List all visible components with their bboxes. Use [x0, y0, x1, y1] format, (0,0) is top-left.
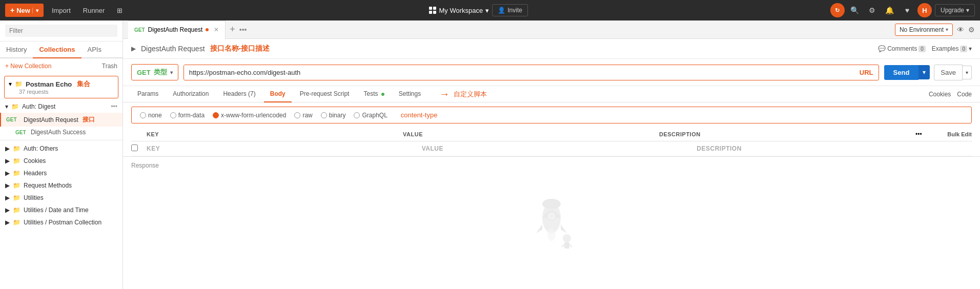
request-method-badge: GET: [6, 117, 21, 122]
sidebar-tabs: History Collections APIs: [0, 42, 122, 58]
tab-apis[interactable]: APIs: [81, 42, 108, 57]
collection-count: 37 requests: [19, 89, 114, 95]
svg-point-4: [547, 229, 556, 241]
runner-button[interactable]: Runner: [79, 5, 109, 16]
topbar: + New ▾ Import Runner ⊞ My Workspace ▾ 👤…: [0, 0, 980, 20]
sync-icon[interactable]: ↻: [830, 3, 845, 17]
tab-collections[interactable]: Collections: [33, 42, 81, 58]
folder-dots-icon[interactable]: •••: [111, 103, 117, 110]
radio-raw[interactable]: raw: [294, 112, 312, 119]
search-input[interactable]: [5, 25, 117, 37]
folder-headers[interactable]: ▶ 📁 Headers: [0, 167, 122, 179]
sub-request-item[interactable]: GET DigestAuth Success: [0, 127, 122, 138]
folder-request-methods[interactable]: ▶ 📁 Request Methods: [0, 179, 122, 192]
cookies-link[interactable]: Cookies: [929, 91, 951, 98]
folder-auth-digest[interactable]: ▾ 📁 Auth: Digest •••: [0, 100, 122, 113]
tab-history[interactable]: History: [0, 42, 33, 58]
collection-item[interactable]: ▾ 📁 Postman Echo 集合 37 requests: [4, 76, 118, 98]
layout-button[interactable]: ⊞: [113, 5, 127, 16]
folder-icon5: 📁: [13, 182, 21, 189]
search-icon[interactable]: 🔍: [848, 3, 862, 17]
radio-urlencoded[interactable]: x-www-form-urlencoded: [213, 112, 286, 119]
request-subtitle: 接口名称-接口描述: [210, 44, 270, 53]
trash-button[interactable]: Trash: [102, 63, 117, 70]
active-request-tab[interactable]: GET DigestAuth Request ✕: [128, 20, 226, 39]
comments-button[interactable]: 💬 Comments 0: [878, 45, 926, 52]
folder-caret-icon7: ▶: [5, 207, 10, 214]
radio-binary-circle: [321, 112, 327, 118]
send-dropdown-button[interactable]: ▾: [918, 65, 930, 79]
row-check[interactable]: [131, 144, 147, 153]
radio-graphql-circle: [354, 112, 360, 118]
folder-auth-others[interactable]: ▶ 📁 Auth: Others: [0, 142, 122, 155]
user-avatar[interactable]: H: [917, 3, 932, 17]
new-tab-button[interactable]: +: [228, 24, 237, 35]
new-collection-button[interactable]: + New Collection: [5, 63, 51, 70]
method-label: 类型: [154, 68, 167, 77]
radio-form-data[interactable]: form-data: [170, 112, 205, 119]
url-input-wrapper: URL: [183, 65, 879, 80]
gear-button[interactable]: ⚙: [968, 26, 975, 34]
tab-authorization[interactable]: Authorization: [167, 86, 215, 102]
env-label: No Environment: [900, 26, 944, 33]
more-tabs-button[interactable]: •••: [239, 26, 247, 34]
tab-headers[interactable]: Headers (7): [217, 86, 261, 102]
settings-icon[interactable]: ⚙: [865, 3, 880, 17]
request-header-row: ▶ DigestAuth Request 接口名称-接口描述 💬 Comment…: [123, 39, 980, 59]
new-button[interactable]: + New ▾: [5, 4, 44, 17]
topbar-center: My Workspace ▾ 👤 Invite: [131, 4, 826, 16]
key-input-ghost[interactable]: Key: [147, 145, 422, 152]
new-label: New: [16, 7, 30, 14]
save-button[interactable]: Save: [934, 65, 963, 80]
svg-line-8: [569, 244, 572, 247]
topbar-right: ↻ 🔍 ⚙ 🔔 ♥ H Upgrade ▾: [830, 3, 975, 17]
tab-body[interactable]: Body: [264, 86, 292, 102]
radio-none[interactable]: none: [140, 112, 162, 119]
request-expand-arrow[interactable]: ▶: [131, 45, 136, 52]
examples-button[interactable]: Examples 0 ▾: [932, 45, 972, 52]
radio-binary[interactable]: binary: [321, 112, 346, 119]
bell-icon[interactable]: 🔔: [883, 3, 897, 17]
tab-close-icon[interactable]: ✕: [214, 26, 219, 33]
heart-icon[interactable]: ♥: [900, 3, 914, 17]
folder-expand-icon: ▾: [5, 103, 8, 110]
save-dropdown-button[interactable]: ▾: [963, 66, 972, 79]
radio-graphql[interactable]: GraphQL: [354, 112, 387, 119]
folder-cookies[interactable]: ▶ 📁 Cookies: [0, 155, 122, 167]
environment-select[interactable]: No Environment ▾: [895, 24, 953, 36]
active-request-item[interactable]: GET DigestAuth Request 接口: [0, 113, 122, 127]
method-caret-icon: ▾: [170, 70, 173, 75]
row-checkbox[interactable]: [131, 144, 138, 151]
folder-utilities[interactable]: ▶ 📁 Utilities: [0, 192, 122, 204]
folder-utilities-date[interactable]: ▶ 📁 Utilities / Date and Time: [0, 204, 122, 216]
main-content: GET DigestAuth Request ✕ + ••• No Enviro…: [123, 20, 980, 289]
method-select[interactable]: GET 类型 ▾: [131, 64, 178, 80]
none-label: none: [148, 112, 162, 119]
form-data-label: form-data: [178, 112, 205, 119]
url-label: URL: [860, 69, 879, 76]
value-input-ghost[interactable]: Value: [422, 145, 697, 152]
workspace-button[interactable]: My Workspace ▾: [429, 7, 489, 14]
code-link[interactable]: Code: [957, 91, 972, 98]
send-button[interactable]: Send: [884, 65, 919, 80]
invite-button[interactable]: 👤 Invite: [492, 4, 528, 16]
tab-prerequest[interactable]: Pre-request Script: [294, 86, 356, 102]
tab-settings[interactable]: Settings: [393, 86, 427, 102]
radio-form-data-circle: [170, 112, 176, 118]
urlencoded-label: x-www-form-urlencoded: [221, 112, 286, 119]
tab-unsaved-dot: [206, 28, 209, 31]
desc-input-ghost[interactable]: Description: [697, 145, 972, 152]
folder-icon: 📁: [11, 103, 19, 110]
svg-point-5: [563, 234, 571, 242]
tab-tests[interactable]: Tests: [357, 86, 390, 102]
tab-params[interactable]: Params: [131, 86, 165, 102]
import-button[interactable]: Import: [48, 5, 75, 16]
invite-label: Invite: [507, 7, 522, 14]
bulk-edit-link[interactable]: Bulk Edit: [931, 131, 972, 137]
eye-button[interactable]: 👁: [957, 26, 964, 34]
url-input[interactable]: [184, 65, 860, 80]
folder-utilities-postman[interactable]: ▶ 📁 Utilities / Postman Collection: [0, 216, 122, 229]
comments-count: 0: [918, 46, 926, 52]
upgrade-button[interactable]: Upgrade ▾: [935, 4, 975, 16]
folder-caret-icon5: ▶: [5, 182, 10, 189]
